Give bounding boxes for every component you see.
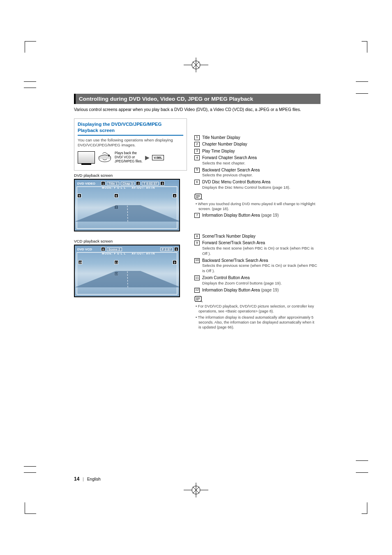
callout-number: 2 bbox=[194, 142, 200, 147]
callout-10: 10 bbox=[78, 260, 82, 264]
item-description: Selects the next chapter. bbox=[202, 161, 318, 166]
box-text: You can use the following operations whe… bbox=[78, 138, 183, 148]
item-description: Selects the previous scene (when PBC is … bbox=[202, 263, 318, 274]
crop-mark bbox=[362, 41, 367, 53]
vcd-playback-label: VCD playback screen bbox=[74, 239, 187, 243]
callout-number: 1 bbox=[194, 135, 200, 140]
list-item: 8Scene/Track Number Display bbox=[194, 234, 318, 239]
callout-8: 8 bbox=[101, 247, 105, 251]
crop-mark bbox=[24, 466, 36, 473]
note-icon bbox=[194, 295, 203, 303]
crop-mark bbox=[25, 41, 36, 53]
list-item: 11Zoom Control Button AreaDisplays the Z… bbox=[194, 275, 318, 286]
callout-number: 11 bbox=[194, 275, 200, 280]
callout-1: 1 bbox=[101, 181, 105, 185]
callout-number: 10 bbox=[194, 258, 200, 263]
disc-icon bbox=[97, 151, 112, 164]
note-text: The information display is cleared autom… bbox=[194, 315, 318, 330]
instruction-box: Displaying the DVD/VCD/JPEG/MPEG Playbac… bbox=[74, 118, 187, 171]
note-text: When you touched during DVD menu played … bbox=[194, 202, 318, 212]
vsel-button[interactable]: V.SEL bbox=[152, 155, 164, 160]
road-graphic bbox=[75, 271, 180, 287]
item-title: Play Time Display bbox=[202, 149, 235, 153]
item-title: Information Display Button Area bbox=[202, 213, 260, 217]
list-item: 10Backward Scene/Track Search AreaSelect… bbox=[194, 258, 318, 274]
source-label: DVD VIDEO bbox=[76, 182, 99, 185]
source-label: DVD VCD bbox=[76, 247, 99, 251]
crop-mark bbox=[24, 81, 36, 88]
item-description: Displays the Zoom Control buttons (page … bbox=[202, 281, 318, 286]
item-ref: (page 19) bbox=[260, 288, 279, 292]
callout-number: 7 bbox=[194, 213, 200, 218]
list-item: 6DVD Disc Menu Control Buttons AreaDispl… bbox=[194, 179, 318, 190]
time-display: T 0:02:37 bbox=[142, 182, 159, 185]
footer-language: English bbox=[87, 477, 101, 481]
list-item: 12Information Display Button Area (page … bbox=[194, 287, 318, 293]
crop-mark bbox=[362, 502, 367, 514]
list-item: 2Chapter Number Display bbox=[194, 141, 318, 147]
callout-number: 8 bbox=[194, 234, 200, 239]
list-item: 5Backward Chapter Search AreaSelects the… bbox=[194, 167, 318, 178]
dvd-playback-label: DVD playback screen bbox=[74, 173, 187, 178]
road-graphic bbox=[75, 205, 180, 222]
arrow-right-icon: ▶ bbox=[145, 154, 150, 161]
callout-4: 4 bbox=[173, 194, 177, 198]
list-item: 9Forward Scene/Track Search AreaSelects … bbox=[194, 240, 318, 256]
callout-number: 12 bbox=[194, 288, 200, 293]
callout-number: 6 bbox=[194, 180, 200, 185]
section-header: Controlling during DVD Video, Video CD, … bbox=[74, 94, 321, 104]
crop-mark bbox=[356, 81, 368, 94]
media-caption: Plays back the DVD/ VCD or JPEG/MPEG fil… bbox=[115, 151, 143, 164]
item-title: Forward Scene/Track Search Area bbox=[202, 240, 265, 245]
note-icon bbox=[194, 193, 203, 200]
item-title: Scene/Track Number Display bbox=[202, 234, 256, 238]
callout-9: 9 bbox=[173, 260, 177, 264]
notes-list: For DVD/VCD playback, DVD/VCD picture se… bbox=[194, 304, 318, 330]
callout-number: 5 bbox=[194, 168, 200, 173]
page-footer: 14 English bbox=[74, 476, 101, 482]
item-ref: (page 19) bbox=[261, 213, 279, 217]
item-title: Backward Chapter Search Area bbox=[202, 168, 260, 172]
page-number: 14 bbox=[74, 476, 79, 482]
item-description: Selects the next scene (when PBC is On) … bbox=[202, 246, 318, 257]
item-description: Displays the Disc Menu Control buttons (… bbox=[202, 185, 318, 190]
legend-list-dvd: 1Title Number Display2Chapter Number Dis… bbox=[194, 135, 318, 190]
monitor-icon bbox=[78, 151, 95, 164]
callout-6: 6 bbox=[114, 194, 118, 198]
list-item: 3Play Time Display bbox=[194, 148, 318, 154]
item-title: Information Display Button Area bbox=[202, 288, 260, 292]
callout-number: 9 bbox=[194, 240, 200, 245]
registration-mark bbox=[184, 58, 208, 72]
scene-display: Scene 2 bbox=[107, 247, 122, 251]
item-title: Chapter Number Display bbox=[202, 142, 247, 146]
time-display: P 2:37 bbox=[160, 247, 173, 251]
crop-mark bbox=[25, 502, 36, 514]
vcd-playback-screen: DVD VCD 8 Scene 2 P 2:37 3 MODE: F U L L… bbox=[74, 245, 180, 297]
chapter-display: Chap 3 bbox=[121, 182, 134, 185]
callout-11: 11 bbox=[114, 260, 118, 264]
callout-2: 2 bbox=[136, 181, 140, 185]
dvd-playback-screen: DVD VIDEO 1 Title 1 Chap 3 2 T 0:02:37 3… bbox=[74, 179, 180, 231]
list-item: 4Forward Chapter Search AreaSelects the … bbox=[194, 155, 318, 166]
title-display: Title 1 bbox=[107, 182, 119, 185]
item-description: Selects the previous chapter. bbox=[202, 173, 318, 178]
item-title: Backward Scene/Track Search Area bbox=[202, 258, 268, 263]
registration-mark bbox=[184, 483, 208, 497]
callout-number: 3 bbox=[194, 149, 200, 154]
page-content: Controlling during DVD Video, Video CD, … bbox=[74, 94, 321, 331]
callout-number: 4 bbox=[194, 155, 200, 160]
callout-5: 5 bbox=[77, 194, 81, 198]
item-title: DVD Disc Menu Control Buttons Area bbox=[202, 180, 270, 184]
callout-3b: 3 bbox=[174, 247, 178, 251]
item-title: Forward Chapter Search Area bbox=[202, 155, 257, 160]
list-item: 1Title Number Display bbox=[194, 135, 318, 141]
intro-text: Various control screens appear when you … bbox=[74, 107, 321, 113]
callout-3: 3 bbox=[160, 181, 164, 185]
item-title: Title Number Display bbox=[202, 135, 240, 140]
item-title: Zoom Control Button Area bbox=[202, 275, 250, 280]
list-item: 7 Information Display Button Area (page … bbox=[194, 213, 318, 218]
box-title: Displaying the DVD/VCD/JPEG/MPEG Playbac… bbox=[78, 121, 183, 136]
crop-mark bbox=[356, 460, 368, 473]
legend-list-vcd: 8Scene/Track Number Display9Forward Scen… bbox=[194, 234, 318, 293]
note-text: For DVD/VCD playback, DVD/VCD picture se… bbox=[194, 304, 318, 314]
